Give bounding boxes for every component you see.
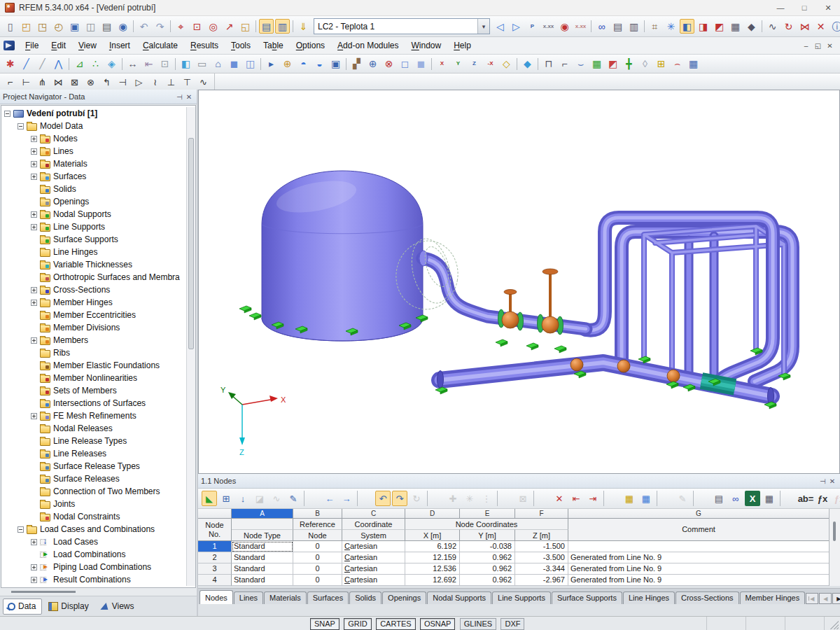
save-button[interactable]: ▣	[67, 19, 82, 34]
table-tab-member-hinges[interactable]: Member Hinges	[740, 592, 806, 604]
menu-edit[interactable]: Edit	[45, 38, 72, 52]
menu-tools[interactable]: Tools	[225, 38, 257, 52]
remove-right-button[interactable]: ⇥	[585, 491, 601, 506]
notes-button[interactable]: ✎	[675, 491, 690, 506]
z-coordinate-cell[interactable]: -2.967	[515, 575, 568, 586]
pin-icon[interactable]: ⊤	[819, 476, 827, 486]
view-y-button[interactable]: Y	[451, 57, 465, 71]
tab-views[interactable]: Views	[97, 598, 141, 615]
result-plane-button[interactable]: ◊	[638, 57, 652, 71]
node-type-cell[interactable]: Standard	[232, 575, 293, 586]
project-manager-button[interactable]: ◴	[51, 19, 66, 34]
close-icon[interactable]: ✕	[184, 93, 194, 101]
work-plane-yz-button[interactable]: ◨	[696, 19, 710, 34]
results-surfaces-button[interactable]: ⌐	[557, 57, 572, 71]
table-tab-nodal-supports[interactable]: Nodal Supports	[427, 592, 491, 604]
table-view-1-button[interactable]: ▤	[259, 19, 274, 34]
pipe-hanger-button[interactable]: ⊤	[180, 75, 195, 90]
delete-results-button[interactable]: ✕	[813, 19, 828, 34]
insert-member-button[interactable]: ⊿	[72, 57, 87, 71]
print-table-button[interactable]: ▤	[711, 491, 727, 506]
x-coordinate-cell[interactable]: 12.536	[405, 564, 460, 575]
panels-toggle-button[interactable]: ⊞	[654, 57, 668, 71]
work-plane-grid-button[interactable]: ⌗	[648, 19, 662, 34]
table-clear-button[interactable]: ⊠	[515, 491, 531, 506]
table-tab-surface-supports[interactable]: Surface Supports	[552, 592, 622, 604]
visibility-button[interactable]: ▦	[728, 19, 743, 34]
minimize-button[interactable]: —	[769, 0, 792, 15]
table-edit-button[interactable]: ✎	[286, 491, 301, 506]
tree-expander-icon[interactable]	[31, 136, 37, 142]
tree-expander-icon[interactable]	[31, 287, 37, 293]
reference-node-cell[interactable]: 0	[293, 552, 342, 564]
tree-expander-icon[interactable]	[18, 123, 24, 130]
mirror-button[interactable]: ⋈	[797, 19, 812, 34]
color-map-button[interactable]: ▦	[589, 57, 604, 71]
column-header-g[interactable]: G	[568, 509, 830, 519]
scrollbar-thumb[interactable]	[188, 138, 194, 349]
table-add-button[interactable]: ✚	[445, 491, 461, 506]
y-coordinate-cell[interactable]: 0.962	[460, 552, 515, 564]
tree-item[interactable]: Nodal Supports	[1, 208, 195, 220]
valve-body[interactable]	[542, 316, 559, 333]
document-icon[interactable]	[4, 41, 15, 50]
tree-item[interactable]: Nodal Constraints	[1, 510, 195, 523]
tree-item[interactable]: FE Mesh Refinements	[1, 410, 195, 422]
tree-item[interactable]: Member Hinges	[1, 296, 195, 309]
reference-node-cell[interactable]: 0	[293, 564, 342, 575]
pipe-risers[interactable]	[689, 236, 714, 384]
remove-left-button[interactable]: ⇤	[568, 491, 584, 506]
row-number-cell[interactable]: 1	[198, 541, 232, 552]
next-table-tab-button[interactable]: ▶	[832, 593, 840, 604]
open-project-button[interactable]: ◳	[35, 19, 50, 34]
node-type-cell[interactable]: Standard	[232, 564, 293, 575]
dimension-values-button[interactable]: ⇤	[141, 57, 156, 71]
next-table-button[interactable]: →	[339, 491, 354, 506]
rotate-copy-button[interactable]: ◒	[312, 57, 327, 71]
x-coordinate-cell[interactable]: 12.159	[405, 552, 460, 564]
results-members-button[interactable]: ⊓	[541, 57, 556, 71]
insert-line-button[interactable]: ╱	[19, 57, 34, 71]
view-z-button[interactable]: Z	[467, 57, 482, 71]
reference-node-cell[interactable]: 0	[293, 575, 342, 586]
menu-insert[interactable]: Insert	[103, 38, 136, 52]
info-button[interactable]: ⓘ	[830, 19, 840, 34]
tab-display[interactable]: Display	[43, 598, 94, 615]
display-properties-button[interactable]: ◆	[744, 19, 759, 34]
table-redo-button[interactable]: ↷	[392, 491, 407, 506]
tree-expander-icon[interactable]	[31, 413, 37, 419]
deformation-button[interactable]: ⌣	[573, 57, 588, 71]
x-coordinate-cell[interactable]: 12.692	[405, 575, 460, 586]
zoom-off-button[interactable]: ⊗	[382, 57, 396, 71]
zoom-window-button[interactable]: ⊕	[365, 57, 380, 71]
new-solid-button[interactable]: ◼	[227, 57, 241, 71]
tree-item[interactable]: Line Release Types	[1, 435, 195, 447]
table-diagram-button[interactable]: ∿	[269, 491, 284, 506]
glines-toggle[interactable]: GLINES	[460, 618, 496, 630]
menu-help[interactable]: Help	[447, 38, 477, 52]
pipe-branch-button[interactable]: ⋔	[35, 75, 50, 90]
tree-expander-icon[interactable]	[18, 526, 24, 533]
pipe-elbow-button[interactable]: ↰	[99, 75, 114, 90]
tree-expander-icon[interactable]	[31, 577, 37, 583]
view-3d-button[interactable]: ◻	[398, 57, 412, 71]
abbreviations-button[interactable]: ab=	[798, 491, 813, 506]
table-tab-materials[interactable]: Materials	[264, 592, 307, 604]
result-arrows-button[interactable]: ╋	[622, 57, 636, 71]
column-header-a[interactable]: A	[232, 509, 293, 519]
tree-item[interactable]: Load Combinations	[1, 548, 195, 561]
column-header-d[interactable]: D	[405, 509, 460, 519]
table-insert-row-button[interactable]: ⊞	[218, 491, 234, 506]
tree-item[interactable]: Solids	[1, 183, 195, 195]
result-values-2-button[interactable]: x.xx	[573, 19, 588, 34]
formula-clear-button[interactable]: ƒx	[832, 491, 840, 506]
tree-expander-icon[interactable]	[31, 337, 37, 344]
comment-cell[interactable]: Generated from Line No. 9	[568, 552, 830, 564]
delete-row-button[interactable]: ✕	[552, 491, 567, 506]
snap-toggle[interactable]: SNAP	[310, 618, 340, 630]
row-number-cell[interactable]: 2	[198, 552, 232, 564]
first-table-button[interactable]: ◀	[806, 593, 818, 604]
rotate-view-button[interactable]: ↻	[781, 19, 796, 34]
chevron-down-icon[interactable]: ▾	[477, 19, 489, 34]
section-button[interactable]: ⌢	[670, 57, 685, 71]
